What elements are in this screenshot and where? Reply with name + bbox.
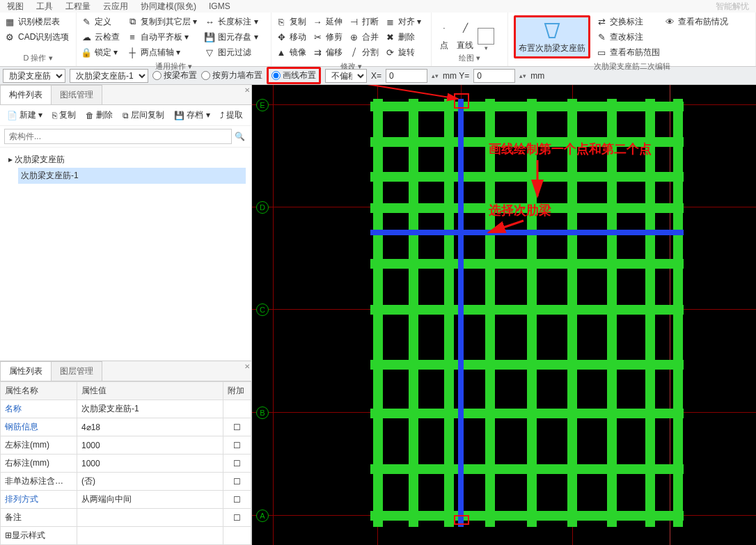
swap-icon: ⇄	[596, 16, 607, 27]
line-icon[interactable]: ╱	[457, 23, 473, 40]
btn-split: ⧸分割	[348, 45, 379, 60]
group-d-ops[interactable]: D 操作 ▾	[4, 52, 72, 65]
search-icon[interactable]: 🔍	[232, 129, 247, 144]
btn-floor-table[interactable]: ▦识别楼层表	[4, 14, 72, 29]
table-row[interactable]: 左标注(mm)1000☐	[1, 436, 251, 455]
edit-icon: ✎	[596, 31, 607, 42]
menu-igms[interactable]: IGMS	[209, 1, 230, 11]
radio-by-wall[interactable]: 按剪力墙布置	[201, 70, 262, 81]
split-icon: ⧸	[348, 47, 359, 58]
btn-offset[interactable]: ⇉偏移	[312, 45, 342, 60]
table-row[interactable]: ⊞显示样式	[1, 527, 251, 545]
group-draw[interactable]: 绘图 ▾	[436, 52, 503, 65]
btn-view-range[interactable]: ▭查看布筋范围	[596, 45, 660, 60]
copy-icon: ⎘	[276, 16, 287, 27]
btn-mirror[interactable]: ▲镜像	[276, 45, 306, 60]
btn-archive[interactable]: 💾存档 ▾	[171, 108, 212, 123]
table-row[interactable]: 排列方式从两端向中间☐	[1, 491, 251, 509]
btn-place-rebar[interactable]: 布置次肋梁支座筋	[514, 15, 590, 58]
btn-del[interactable]: 🗑删除	[83, 108, 116, 123]
tab-props[interactable]: 属性列表	[0, 361, 52, 381]
svg-marker-0	[545, 24, 559, 38]
btn-point[interactable]: 点	[436, 40, 452, 52]
btn-save-element[interactable]: 💾图元存盘 ▾	[204, 29, 258, 45]
table-row[interactable]: 备注☐	[1, 509, 251, 527]
btn-merge: ⊕合并	[348, 29, 379, 45]
label-mm: mm	[530, 71, 544, 81]
svg-line-2	[294, 85, 458, 99]
rect-icon[interactable]	[478, 28, 494, 45]
btn-cloud-check[interactable]: ☁云检查	[81, 29, 120, 45]
btn-lock[interactable]: 🔒锁定 ▾	[81, 45, 120, 60]
offset-icon: ⇉	[312, 47, 323, 58]
tab-drawing-mgr[interactable]: 图纸管理	[51, 85, 102, 104]
table-row[interactable]: 右标注(mm)1000☐	[1, 455, 251, 473]
btn-rotate[interactable]: ⟳旋转	[384, 45, 421, 60]
close-icon[interactable]: ✕	[244, 86, 250, 94]
input-y[interactable]	[473, 69, 515, 83]
btn-length-dim[interactable]: ↔长度标注 ▾	[204, 14, 258, 29]
btn-copy[interactable]: ⎘复制	[276, 14, 306, 29]
btn-layer-copy[interactable]: ⧉层间复制	[120, 108, 167, 123]
btn-move[interactable]: ✥移动	[276, 29, 306, 45]
menu-tools[interactable]: 工具	[36, 1, 53, 13]
sel-offset[interactable]: 不偏移	[325, 69, 367, 83]
menu-help[interactable]: 智能解忧	[716, 1, 749, 13]
table-row[interactable]: 名称次肋梁支座筋-1	[1, 400, 251, 418]
point-icon[interactable]: ·	[436, 23, 452, 40]
close-icon[interactable]: ✕	[244, 363, 250, 370]
drawing-canvas[interactable]: E D C B A 画线绘制第一个点和第二个点 选择次肋梁	[252, 85, 756, 545]
btn-extract[interactable]: ⤴提取	[217, 108, 246, 123]
grid-label: A	[256, 510, 269, 522]
menu-collab[interactable]: 协同建模(限免)	[141, 1, 196, 13]
btn-line[interactable]: 直线	[457, 40, 473, 52]
grid-label: B	[256, 406, 269, 419]
table-icon: ▦	[4, 16, 15, 27]
btn-swap-anno[interactable]: ⇄交换标注	[596, 14, 660, 29]
merge-icon: ⊕	[348, 31, 359, 42]
trim-icon: ✂	[312, 31, 323, 42]
tab-component-list[interactable]: 构件列表	[0, 85, 52, 104]
tree-root[interactable]: ▸ 次肋梁支座筋	[6, 152, 246, 168]
btn-auto-align: ≡自动平齐板 ▾	[127, 29, 197, 45]
btn-align[interactable]: ≣对齐 ▾	[384, 14, 421, 29]
btn-break: ⊣打断	[348, 14, 379, 29]
view-icon: 👁	[664, 16, 675, 27]
btn-copy2[interactable]: ⎘复制	[49, 108, 79, 123]
tree-item[interactable]: 次肋梁支座筋-1	[18, 168, 246, 184]
sel-category[interactable]: 肋梁支座筋	[3, 69, 65, 83]
delete-icon: ✖	[384, 31, 395, 42]
radio-by-beam[interactable]: 按梁布置	[152, 70, 197, 81]
ribbon: ▦识别楼层表 ⚙CAD识别选项 D 操作 ▾ ✎定义 ☁云检查 🔒锁定 ▾ ⧉复…	[0, 13, 756, 67]
btn-cad-options[interactable]: ⚙CAD识别选项	[4, 29, 72, 45]
btn-aux-axis[interactable]: ┼两点辅轴 ▾	[127, 45, 197, 60]
align2-icon: ≣	[384, 16, 395, 27]
tab-layers[interactable]: 图层管理	[51, 361, 102, 381]
label-x: X=	[371, 71, 381, 81]
menu-bar: 视图 工具 工程量 云应用 协同建模(限免) IGMS 智能解忧	[0, 0, 756, 13]
menu-view[interactable]: 视图	[7, 1, 24, 13]
btn-new[interactable]: 📄新建 ▾	[4, 108, 45, 123]
annotation-line: 画线绘制第一个点和第二个点	[489, 141, 652, 157]
btn-edit-anno[interactable]: ✎查改标注	[596, 29, 660, 45]
col-value: 属性值	[77, 382, 223, 400]
archive-icon: 💾	[174, 111, 184, 120]
btn-delete[interactable]: ✖删除	[384, 29, 421, 45]
annotation-select: 选择次肋梁	[489, 202, 551, 219]
input-x[interactable]	[386, 69, 427, 83]
table-row[interactable]: 钢筋信息4⌀18☐	[1, 418, 251, 436]
rebar-icon	[540, 20, 565, 41]
copy2-icon: ⎘	[52, 111, 57, 120]
btn-copy-layer[interactable]: ⧉复制到其它层 ▾	[127, 14, 197, 29]
list-toolbar: 📄新建 ▾ ⎘复制 🗑删除 ⧉层间复制 💾存档 ▾ ⤴提取	[0, 105, 251, 126]
sel-component[interactable]: 次肋梁支座筋-1	[70, 69, 148, 83]
table-row[interactable]: 非单边标注含…(否)☐	[1, 473, 251, 491]
gear-icon: ⚙	[4, 31, 15, 42]
btn-define[interactable]: ✎定义	[81, 14, 120, 29]
label-y: mm Y=	[443, 71, 469, 81]
menu-cloud[interactable]: 云应用	[103, 1, 128, 13]
radio-by-line[interactable]: 画线布置	[271, 70, 316, 81]
search-input[interactable]	[4, 129, 232, 144]
btn-view-rebar[interactable]: 👁查看布筋情况	[664, 14, 728, 29]
menu-quantity[interactable]: 工程量	[65, 1, 90, 13]
